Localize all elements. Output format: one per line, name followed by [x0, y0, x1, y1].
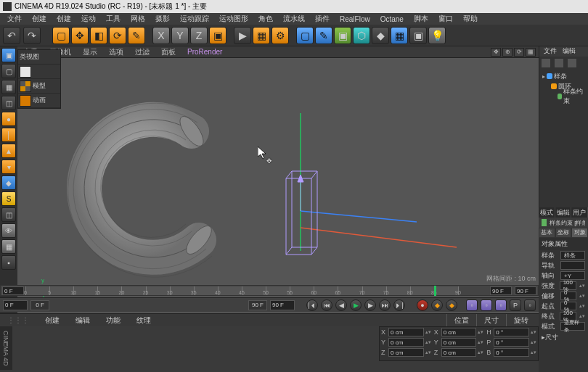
coord-ys[interactable]: 0 cm	[441, 338, 477, 347]
y-axis-icon[interactable]: Y	[171, 27, 189, 44]
timeline-end-field-a[interactable]: 90 F	[490, 286, 512, 295]
visibility-icon[interactable]: 👁	[1, 223, 16, 238]
next-frame-icon[interactable]: ▶	[364, 299, 376, 311]
menu-plugins[interactable]: 插件	[311, 14, 334, 24]
col-size[interactable]: 尺寸	[476, 314, 506, 327]
brush-icon[interactable]: ✎	[128, 27, 145, 44]
rotate-icon[interactable]: ⟳	[109, 27, 126, 44]
vp-nav-zoom-icon[interactable]: ⊕	[502, 48, 513, 57]
checker-icon[interactable]	[20, 80, 31, 92]
menu-script[interactable]: 脚本	[409, 14, 433, 24]
vp-options[interactable]: 选项	[106, 47, 126, 57]
coord-xs[interactable]: 0 cm	[441, 328, 477, 336]
spline-field[interactable]: 样条	[560, 251, 585, 260]
lock-icon[interactable]: ▦	[1, 239, 16, 254]
redo-icon[interactable]: ↷	[23, 27, 41, 44]
viewport[interactable]: y x z	[17, 58, 539, 322]
model-mode-icon[interactable]: ▢	[1, 64, 16, 78]
polygon-mode-icon[interactable]: ▲	[1, 144, 16, 158]
vp-nav-layout-icon[interactable]: ▦	[526, 48, 536, 57]
tweak-icon[interactable]: ◆	[1, 175, 16, 190]
x-axis-icon[interactable]: X	[152, 27, 170, 44]
menu-pipeline[interactable]: 流水线	[279, 14, 309, 24]
attr-user[interactable]: 用户	[571, 207, 588, 218]
swatch-icon[interactable]	[20, 66, 31, 78]
frame-start-sub[interactable]: 0 F	[30, 300, 49, 310]
tab-label[interactable]: 动画	[33, 96, 46, 105]
vp-filter[interactable]: 过滤	[132, 47, 152, 57]
vp-nav-move-icon[interactable]: ✥	[491, 48, 501, 57]
mode-field[interactable]: 适度样条	[560, 322, 585, 331]
menu-tools[interactable]: 工具	[102, 14, 125, 24]
tab-basic[interactable]: 基本	[539, 228, 555, 238]
menu-create[interactable]: 创建	[52, 14, 75, 24]
rail-field[interactable]	[560, 261, 585, 270]
coord-z[interactable]: 0 cm	[388, 348, 424, 357]
vp-display[interactable]: 显示	[80, 47, 100, 57]
subdiv-icon[interactable]: ▣	[334, 27, 351, 44]
menu-file[interactable]: 文件	[3, 14, 26, 24]
attr-mode[interactable]: 模式	[539, 207, 555, 218]
axis-mode-icon[interactable]: ▾	[1, 160, 16, 174]
anim-icon[interactable]	[20, 95, 31, 107]
mat-tex[interactable]: 纹理	[132, 314, 155, 327]
edge-mode-icon[interactable]: │	[1, 128, 16, 142]
menu-realflow[interactable]: RealFlow	[335, 15, 375, 23]
mat-edit[interactable]: 编辑	[71, 314, 94, 327]
menu-character[interactable]: 角色	[254, 14, 277, 24]
frame-end-field[interactable]: 90 F	[270, 300, 295, 310]
coord-zs[interactable]: 0 cm	[441, 348, 477, 357]
mat-func[interactable]: 功能	[102, 314, 125, 327]
coord-system-icon[interactable]: ▣	[209, 27, 226, 44]
mat-create[interactable]: 创建	[41, 314, 64, 327]
pen-icon[interactable]: ✎	[315, 27, 332, 44]
play-icon[interactable]: ▶	[350, 299, 362, 311]
prev-key-icon[interactable]: ⏮	[321, 299, 332, 311]
menu-mograph[interactable]: 运动图形	[215, 14, 253, 24]
goto-end-icon[interactable]: ⏵|	[393, 299, 405, 311]
vp-panel[interactable]: 面板	[158, 47, 179, 57]
coord-yr[interactable]: 0 °	[494, 338, 529, 347]
render-view-icon[interactable]: ▶	[234, 27, 251, 44]
keyframe-icon[interactable]: ◆	[446, 299, 457, 311]
goto-start-icon[interactable]: |⏴	[306, 299, 318, 311]
tab-label[interactable]: 模型	[33, 81, 46, 91]
undo-icon[interactable]: ↶	[3, 27, 20, 44]
vp-nav-orbit-icon[interactable]: ⟳	[514, 48, 524, 57]
misc-icon[interactable]: ▪	[1, 255, 16, 270]
menu-select[interactable]: 运动	[77, 14, 100, 24]
live-select-icon[interactable]: ▢	[52, 27, 70, 44]
workplane-icon[interactable]: ◫	[1, 96, 16, 110]
menu-help[interactable]: 帮助	[459, 14, 482, 24]
snap-icon[interactable]: S	[1, 191, 16, 206]
make-editable-icon[interactable]: ▣	[1, 48, 16, 62]
frame-end-sub[interactable]: 90 F	[248, 300, 267, 310]
timeline-ruler[interactable]: 0 F 051015202530354045505560657075808590…	[0, 285, 539, 296]
light-icon[interactable]: 💡	[428, 27, 446, 44]
om-icon-2[interactable]	[554, 58, 564, 68]
menu-mesh[interactable]: 网格	[126, 14, 150, 24]
move-icon[interactable]: ✥	[71, 27, 89, 44]
tab-coord[interactable]: 坐标	[555, 228, 572, 238]
z-axis-icon[interactable]: Z	[190, 27, 208, 44]
timeline-track[interactable]: 051015202530354045505560657075808590	[25, 286, 458, 295]
coord-xr[interactable]: 0 °	[494, 328, 529, 336]
timeline-end-field-b[interactable]: 90 F	[515, 286, 536, 295]
key-pla-icon[interactable]: ▫	[524, 299, 536, 311]
coord-zr[interactable]: 0 °	[494, 348, 529, 357]
col-rot[interactable]: 旋转	[506, 314, 536, 327]
col-pos[interactable]: 位置	[446, 314, 476, 327]
coord-x[interactable]: 0 cm	[388, 328, 424, 336]
array-icon[interactable]: ⬡	[353, 27, 370, 44]
texture-mode-icon[interactable]: ▦	[1, 80, 16, 94]
node-constraint[interactable]: 样条约束	[542, 91, 585, 102]
timeline-start-field[interactable]: 0 F	[2, 286, 24, 295]
key-param-icon[interactable]: P	[510, 299, 521, 311]
coord-y[interactable]: 0 cm	[388, 338, 424, 347]
vp-prorender[interactable]: ProRender	[184, 48, 225, 56]
key-rot-icon[interactable]: ▫	[495, 299, 507, 311]
menu-edit[interactable]: 创建	[28, 14, 51, 24]
next-key-icon[interactable]: ⏭	[379, 299, 391, 311]
key-scale-icon[interactable]: ▫	[481, 299, 492, 311]
render-region-icon[interactable]: ▦	[253, 27, 270, 44]
